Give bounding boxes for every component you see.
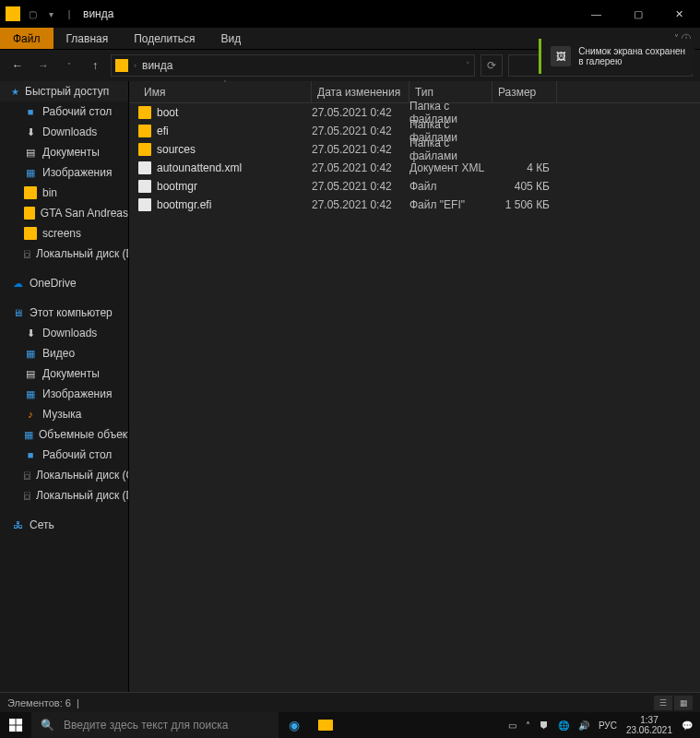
tab-home[interactable]: Главная [53,28,122,49]
windows-icon [9,719,23,732]
file-icon [138,198,151,211]
nav-history-icon[interactable]: ˅ [59,55,79,76]
toast-line2: в галерею [578,56,685,66]
music-icon: ♪ [24,408,37,421]
sidebar-item[interactable]: ▦Изображения [0,384,128,404]
table-row[interactable]: autounattend.xml27.05.2021 0:42Документ … [129,159,700,177]
sidebar-quick-access[interactable]: ★Быстрый доступ [0,81,128,101]
sidebar: ★Быстрый доступ ■Рабочий стол⬇Downloads▤… [0,81,129,699]
sidebar-this-pc[interactable]: 🖥Этот компьютер [0,303,128,323]
taskbar-edge-icon[interactable]: ◉ [279,712,310,738]
refresh-button[interactable]: ⟳ [481,54,503,77]
sidebar-item[interactable]: ▦Изображения [0,162,128,183]
titlebar: ▢ ▾ | винда — ▢ ✕ [0,0,700,28]
sidebar-item[interactable]: ⬇Downloads [0,323,128,343]
sidebar-onedrive[interactable]: ☁OneDrive [0,273,128,293]
tray-network-icon[interactable]: 🌐 [558,720,569,731]
svg-rect-3 [16,725,22,732]
breadcrumb-sep-icon: › [134,61,136,70]
tray-security-icon[interactable]: ⛊ [540,720,549,731]
status-bar: Элементов: 6 | ☰ ▦ [0,692,700,712]
col-date[interactable]: Дата изменения [312,81,409,102]
pc-icon: 🖥 [11,306,24,319]
svg-rect-1 [16,719,22,725]
sidebar-item[interactable]: ⌼Локальный диск (D:) [0,485,128,506]
sidebar-item[interactable]: ■Рабочий стол [0,101,128,122]
sidebar-item[interactable]: GTA San Andreas [0,203,128,223]
col-size[interactable]: Размер [492,81,557,102]
desk-icon: ■ [24,105,37,118]
network-icon: 🖧 [11,518,24,531]
nav-forward-button[interactable]: → [33,55,53,76]
app-folder-icon [6,6,20,21]
sidebar-network[interactable]: 🖧Сеть [0,515,128,535]
svg-rect-2 [9,725,16,732]
tray-lang[interactable]: РУС [599,720,617,731]
nav-up-button[interactable]: ↑ [85,55,105,76]
tray-screenshot-icon[interactable]: ▭ [508,720,516,731]
tab-share[interactable]: Поделиться [121,28,208,49]
view-large-icon[interactable]: ▦ [674,696,693,710]
desk-icon: ■ [24,448,37,461]
sidebar-item[interactable]: ▤Документы [0,142,128,162]
disk-icon: ⌼ [24,247,30,260]
minimize-button[interactable]: — [575,0,617,28]
qat-icon-2[interactable]: ▾ [42,6,59,22]
sidebar-item[interactable]: ▦Видео [0,343,128,363]
sidebar-item[interactable]: ⌼Локальный диск (D:) [0,244,128,264]
table-row[interactable]: bootmgr.efi27.05.2021 0:42Файл "EFI"1 50… [129,196,700,214]
window-title: винда [83,7,113,20]
taskbar-explorer-icon[interactable] [310,712,341,738]
address-dropdown-icon[interactable]: ˅ [466,61,470,70]
folder-icon [24,186,37,199]
tray-volume-icon[interactable]: 🔊 [578,720,589,731]
maximize-button[interactable]: ▢ [617,0,658,28]
file-list: ˄Имя Дата изменения Тип Размер boot27.05… [129,81,700,699]
doc-icon: ▤ [24,146,37,159]
star-icon: ★ [11,87,19,97]
sidebar-item[interactable]: ♪Музыка [0,404,128,424]
file-icon [138,161,151,174]
pic-icon: ▦ [24,347,37,360]
tab-file[interactable]: Файл [0,28,53,49]
tray-notifications-icon[interactable]: 💬 [682,720,693,731]
view-details-icon[interactable]: ☰ [654,696,672,710]
address-box[interactable]: › винда ˅ [111,54,475,77]
sidebar-item[interactable]: ⬇Downloads [0,122,128,142]
cloud-icon: ☁ [11,277,24,290]
folder-icon [24,207,35,220]
sort-asc-icon: ˄ [223,79,227,88]
system-tray: ▭ ˄ ⛊ 🌐 🔊 РУС 1:37 23.06.2021 💬 [501,715,700,735]
doc-icon: ▤ [24,367,37,380]
sidebar-item[interactable]: ▤Документы [0,363,128,384]
folder-icon [138,125,151,137]
folder-icon [24,227,37,240]
toast-line1: Снимок экрана сохранен [578,46,685,56]
start-button[interactable] [0,712,31,738]
qat-icon-1[interactable]: ▢ [24,6,41,22]
qat-divider: | [61,6,77,22]
tray-chevron-icon[interactable]: ˄ [526,720,530,731]
sidebar-item[interactable]: screens [0,223,128,244]
search-placeholder: Введите здесь текст для поиска [64,719,228,732]
table-row[interactable]: sources27.05.2021 0:42Папка с файлами [129,140,700,159]
breadcrumb-folder-icon [115,59,128,72]
screenshot-toast[interactable]: 🖼 Снимок экрана сохранен в галерею [539,39,694,74]
sidebar-item[interactable]: bin [0,183,128,203]
tab-view[interactable]: Вид [208,28,254,49]
breadcrumb-current[interactable]: винда [142,59,172,72]
pic-icon: ▦ [24,428,33,441]
sidebar-item[interactable]: ⌼Локальный диск (C:) [0,465,128,485]
table-row[interactable]: bootmgr27.05.2021 0:42Файл405 КБ [129,177,700,196]
sidebar-item[interactable]: ▦Объемные объекты [0,424,128,445]
sidebar-item[interactable]: ■Рабочий стол [0,445,128,465]
col-name[interactable]: ˄Имя [138,81,312,102]
dl-icon: ⬇ [24,125,37,138]
nav-back-button[interactable]: ← [7,55,28,76]
toast-image-icon: 🖼 [551,46,571,66]
taskbar-search[interactable]: 🔍 Введите здесь текст для поиска [31,712,279,738]
tray-clock[interactable]: 1:37 23.06.2021 [626,715,672,735]
svg-rect-0 [9,719,16,725]
status-count: Элементов: 6 [7,697,71,708]
close-button[interactable]: ✕ [658,0,700,28]
